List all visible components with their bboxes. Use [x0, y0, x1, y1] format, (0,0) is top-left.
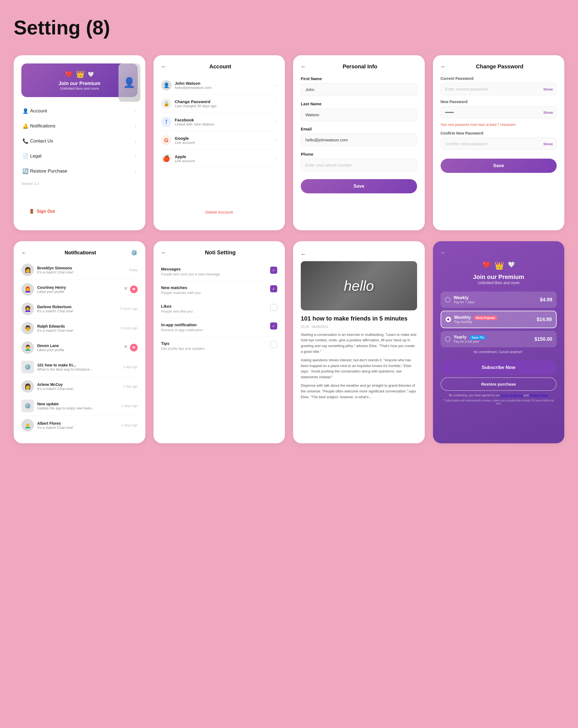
menu-account-label: Account: [30, 108, 135, 114]
personal-info-save-button[interactable]: Save: [301, 179, 417, 193]
change-pwd-save-button[interactable]: Save: [441, 159, 557, 173]
plan-yearly-name: Yearly Save 7%: [454, 335, 534, 340]
premium-screen-header: ←: [441, 250, 557, 256]
gear-icon[interactable]: ⚙️: [131, 250, 137, 256]
plan-monthly-price: $14.99: [537, 317, 552, 322]
apple-icon: 🍎: [162, 155, 170, 162]
personal-info-back-button[interactable]: ←: [301, 63, 306, 70]
apple-sub: Link account: [175, 159, 276, 163]
menu-account[interactable]: 👤 Account ›: [21, 104, 137, 119]
sign-out-label: Sign Out: [37, 209, 55, 214]
google-sub: Link account: [175, 140, 276, 145]
notifications-back-button[interactable]: ←: [21, 250, 27, 256]
noti-likes-row: Likes People who like you: [161, 300, 277, 318]
noti-messages-row: Messages People who sent you a new messa…: [161, 262, 277, 281]
save-badge: Save 7%: [469, 335, 486, 340]
checkmark-icon-2: ✓: [272, 287, 275, 291]
premium-back-button[interactable]: ←: [441, 250, 446, 256]
delete-account-button[interactable]: Delete Account: [161, 210, 277, 214]
confirm-pwd-show-button[interactable]: Show: [543, 142, 553, 146]
noti-matches-label: New matches: [161, 285, 270, 290]
notif-avatar-brooklyn: 👩: [21, 264, 34, 276]
plan-monthly[interactable]: Monthly Most Popular Pay monthly $14.99: [441, 311, 557, 328]
notif-item-devon: 👨‍🦱 Devon Lane Liked your profile ✕ ❤: [21, 338, 137, 358]
menu-restore[interactable]: 🔄 Restore Purchase ›: [21, 164, 137, 179]
notif-heart-courtney[interactable]: ❤: [130, 286, 137, 293]
sign-out-button[interactable]: 🚪 Sign Out: [29, 203, 55, 214]
current-pwd-input[interactable]: [441, 83, 557, 95]
plan-weekly-period: Pay for 7 days: [454, 300, 540, 304]
subscribe-now-button[interactable]: Subscribe Now: [441, 360, 557, 375]
article-back-button[interactable]: ←: [301, 251, 306, 257]
new-pwd-show-button[interactable]: Show: [543, 110, 553, 114]
confirm-pwd-wrap: Show: [441, 137, 557, 150]
noti-likes-checkbox[interactable]: [270, 304, 277, 311]
notif-dismiss-courtney[interactable]: ✕: [124, 286, 128, 293]
notifications-title: Notificationst: [30, 250, 131, 256]
notif-avatar-article: ⚙️: [21, 361, 34, 373]
notif-dismiss-devon[interactable]: ✕: [124, 344, 128, 352]
current-pwd-show-button[interactable]: Show: [543, 87, 553, 91]
facebook-label: Facebook: [175, 118, 276, 122]
personal-info-title: Personal Info: [309, 63, 410, 70]
new-pwd-input[interactable]: [441, 106, 557, 119]
article-meta: 15:30 - 08/08/2021: [301, 325, 417, 329]
account-header: ← Account: [161, 63, 277, 70]
page-title: Setting (8): [14, 17, 564, 39]
first-name-input[interactable]: [301, 83, 417, 96]
noti-tips-info: Tips Get profile tips and updates: [161, 341, 270, 350]
noti-likes-info: Likes People who like you: [161, 304, 270, 313]
personal-info-header: ← Personal Info: [301, 63, 417, 70]
account-title: Account: [170, 63, 271, 70]
account-user-row[interactable]: 👤 John Watson hello@johnwatson.com ›: [161, 76, 277, 95]
first-name-group: First Name: [301, 76, 417, 96]
chevron-right-icon-2: ›: [135, 123, 136, 129]
noti-inapp-desc: Receive in-app notification: [161, 328, 270, 332]
apple-row[interactable]: 🍎 Apple Link account ›: [161, 150, 277, 168]
premium-icons: ❤️ 👑 🤍: [441, 261, 557, 270]
restore-purchase-button[interactable]: Restore purchase: [441, 378, 557, 391]
confirm-pwd-input[interactable]: [441, 137, 557, 150]
plan-weekly[interactable]: Weekly Pay for 7 days $4.99: [441, 291, 557, 308]
noti-messages-checkbox[interactable]: ✓: [270, 267, 277, 274]
google-row[interactable]: G Google Link account ›: [161, 131, 277, 150]
privacy-policy-link[interactable]: Privacy Policy: [530, 393, 548, 397]
facebook-info: Facebook Linked with John Watson: [175, 118, 276, 126]
email-input[interactable]: [301, 133, 417, 146]
noti-inapp-checkbox[interactable]: ✓: [270, 322, 277, 330]
noti-tips-checkbox[interactable]: [270, 341, 277, 348]
chevron-right-icon-3: ›: [135, 138, 136, 144]
plan-weekly-name: Weekly: [454, 295, 540, 300]
facebook-row[interactable]: f Facebook Linked with John Watson ›: [161, 113, 277, 131]
plan-yearly-radio: [445, 336, 450, 342]
notif-actions-courtney: ✕ ❤: [124, 286, 137, 293]
phone-input[interactable]: [301, 159, 417, 172]
notif-info-brooklyn: Brooklyn Simmons It's a match! Chat now!: [37, 266, 125, 274]
plan-yearly[interactable]: Yearly Save 7% Pay for a full year $150.…: [441, 331, 557, 347]
no-commitment-text: No commitment, Cancel anytime*.: [441, 350, 557, 354]
screen-main-settings: ❤️ 👑 🤍 Join our Premium Unlimited likes …: [14, 55, 145, 230]
account-back-button[interactable]: ←: [161, 63, 167, 70]
phone-icon: 📞: [22, 138, 30, 144]
change-pwd-back-button[interactable]: ←: [441, 63, 446, 70]
heart-right-icon: 🤍: [88, 71, 94, 77]
menu-notifications[interactable]: 🔔 Notifications ›: [21, 119, 137, 134]
menu-contact[interactable]: 📞 Contact Us ›: [21, 134, 137, 149]
screen-personal-info: ← Personal Info First Name Last Name Ema…: [293, 55, 425, 230]
screen-article: ← hello 101 how to make friends in 5 min…: [293, 241, 425, 443]
plan-weekly-radio: [445, 297, 450, 303]
last-name-input[interactable]: [301, 108, 417, 121]
noti-likes-desc: People who like you: [161, 309, 270, 313]
menu-legal-label: Legal: [30, 153, 135, 159]
plan-monthly-period: Pay monthly: [454, 320, 537, 324]
noti-matches-checkbox[interactable]: ✓: [270, 285, 277, 292]
facebook-icon: f: [165, 119, 167, 126]
notif-info-update: New update Update the app to enjoy new f…: [37, 402, 118, 410]
noti-setting-back-button[interactable]: ←: [161, 250, 167, 256]
chevron-right-icon-5: ›: [135, 168, 136, 174]
notif-heart-devon[interactable]: ❤: [130, 344, 137, 352]
screen-notifications: ← Notificationst ⚙️ 👩 Brooklyn Simmons I…: [14, 241, 145, 443]
menu-legal[interactable]: 📄 Legal ›: [21, 149, 137, 164]
change-password-row[interactable]: 🔒 Change Password Last changed 30 days a…: [161, 95, 277, 113]
terms-of-service-link[interactable]: Terms of Service: [500, 393, 523, 397]
